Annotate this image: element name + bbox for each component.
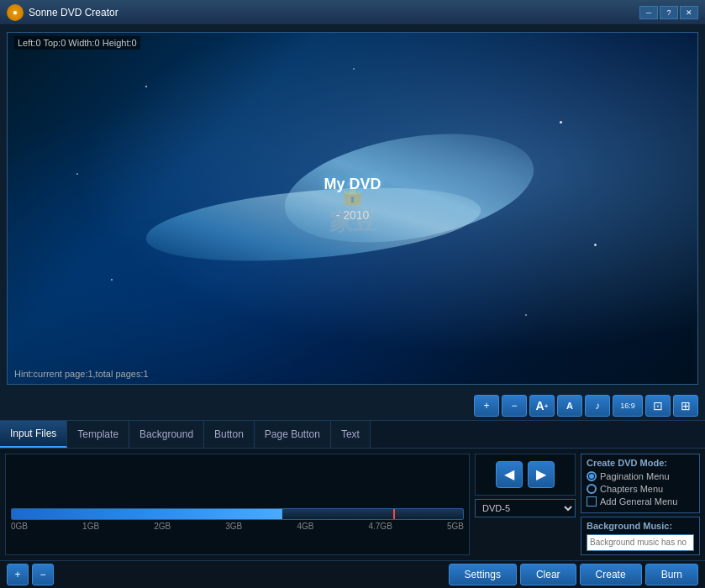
dvd-format-dropdown[interactable]: DVD-5 DVD-9 DVD+R DVD-R (475, 499, 576, 517)
chapters-label: Chapters Menu (600, 484, 663, 494)
add-general-checkbox[interactable] (587, 496, 597, 507)
storage-bar (11, 508, 464, 520)
background-music-input[interactable] (587, 534, 694, 551)
app-title: Sonne DVD Creator (29, 7, 639, 18)
toolbar: + − A+ A ♪ 16:9 ⊡ ⊞ (0, 391, 705, 420)
tab-background[interactable]: Background (129, 421, 204, 447)
pagination-menu-row: Pagination Menu (587, 471, 694, 481)
preview-title: My DVD (324, 175, 381, 192)
text-larger-button[interactable]: A+ (529, 395, 555, 417)
preview-coords: Left:0 Top:0 Width:0 Height:0 (14, 36, 140, 50)
tab-button[interactable]: Button (204, 421, 255, 447)
dvd-mode-title: Create DVD Mode: (587, 458, 694, 468)
text-smaller-button[interactable]: A (557, 395, 582, 417)
tabs-bar: Input Files Template Background Button P… (0, 420, 705, 448)
dvd-mode-group: Create DVD Mode: Pagination Menu Chapter… (581, 454, 700, 513)
background-music-group: Background Music: (581, 517, 700, 555)
help-button[interactable]: ? (660, 6, 678, 19)
window-controls: ─ ? ✕ (639, 6, 698, 19)
background-music-title: Background Music: (587, 521, 694, 531)
chapters-menu-row: Chapters Menu (587, 484, 694, 494)
dvd-controls: ◀ ▶ DVD-5 DVD-9 DVD+R DVD-R (475, 454, 576, 555)
burn-button[interactable]: Burn (645, 564, 698, 585)
add-general-menu-row: Add General Menu (587, 496, 694, 507)
tab-text[interactable]: Text (331, 421, 371, 447)
tab-input-files[interactable]: Input Files (0, 421, 67, 447)
preview-hint: Hint:current page:1,total pages:1 (14, 369, 149, 379)
add-file-button[interactable]: + (7, 564, 29, 585)
music-button[interactable]: ♪ (585, 395, 610, 417)
ratio-button[interactable]: 16:9 (613, 395, 643, 417)
next-page-button[interactable]: ▶ (528, 461, 555, 488)
app-icon: ● (7, 4, 24, 21)
chapters-radio[interactable] (587, 484, 597, 494)
storage-fill (12, 509, 282, 519)
tab-page-button[interactable]: Page Button (255, 421, 331, 447)
dvd-nav: ◀ ▶ (475, 454, 576, 496)
pagination-label: Pagination Menu (600, 471, 670, 481)
files-panel: 0GB 1GB 2GB 3GB 4GB 4.7GB 5GB (5, 454, 470, 555)
remove-file-button[interactable]: − (32, 564, 54, 585)
main-container: Left:0 Top:0 Width:0 Height:0 🔒家豆 My DVD… (0, 25, 705, 588)
tab-template[interactable]: Template (67, 421, 129, 447)
storage-labels: 0GB 1GB 2GB 3GB 4GB 4.7GB 5GB (11, 520, 464, 533)
clear-button[interactable]: Clear (520, 564, 576, 585)
preview-panel: Left:0 Top:0 Width:0 Height:0 🔒家豆 My DVD… (7, 32, 698, 385)
titlebar: ● Sonne DVD Creator ─ ? ✕ (0, 0, 705, 25)
storage-bar-container: 0GB 1GB 2GB 3GB 4GB 4.7GB 5GB (6, 505, 469, 534)
create-button[interactable]: Create (580, 564, 642, 585)
prev-page-button[interactable]: ◀ (496, 461, 523, 488)
preview-area: Left:0 Top:0 Width:0 Height:0 🔒家豆 My DVD… (0, 25, 705, 391)
info-panel: Create DVD Mode: Pagination Menu Chapter… (576, 454, 700, 555)
action-bar: + − Settings Clear Create Burn (0, 560, 705, 588)
preview-subtitle: - 2010 (336, 208, 370, 222)
minimize-button[interactable]: ─ (639, 6, 658, 19)
storage-marker (393, 508, 395, 520)
fit-button[interactable]: ⊡ (645, 395, 671, 417)
remove-element-button[interactable]: − (502, 395, 527, 417)
layout-button[interactable]: ⊞ (673, 395, 698, 417)
add-element-button[interactable]: + (474, 395, 499, 417)
add-general-label: Add General Menu (600, 496, 677, 507)
settings-button[interactable]: Settings (449, 564, 517, 585)
close-button[interactable]: ✕ (680, 6, 698, 19)
bottom-area: 0GB 1GB 2GB 3GB 4GB 4.7GB 5GB ◀ ▶ DVD-5 … (0, 449, 705, 560)
pagination-radio[interactable] (587, 471, 597, 481)
